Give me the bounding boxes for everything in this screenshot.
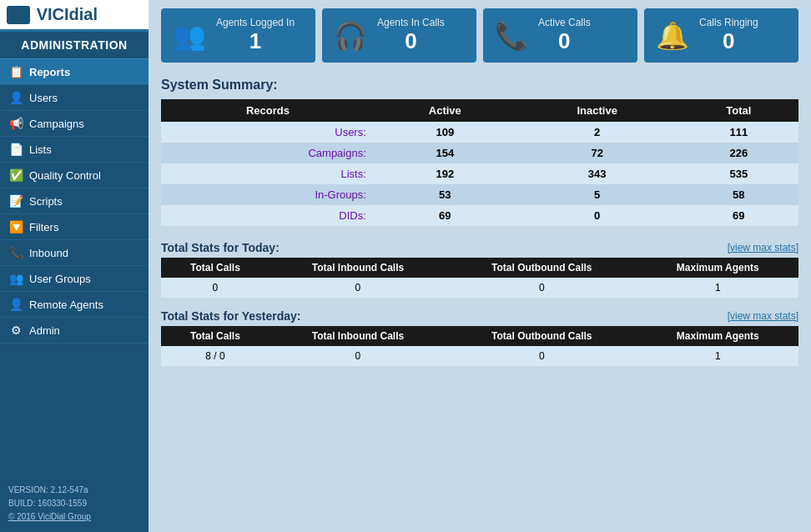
stats-col-header: Maximum Agents [637, 258, 798, 278]
logo-area: VICIdial [0, 0, 149, 32]
scripts-icon: 📝 [8, 194, 23, 208]
sidebar-item-inbound[interactable]: 📞Inbound [0, 240, 149, 266]
table-row: Campaigns:15472226 [161, 143, 798, 163]
stats-col-header: Total Inbound Calls [269, 258, 446, 278]
stats-cell: 0 [269, 346, 446, 366]
agents-in-calls-icon: 🎧 [334, 20, 367, 52]
table-row: Users:1092111 [161, 122, 798, 143]
sidebar-item-user-groups[interactable]: 👥User Groups [0, 266, 149, 292]
summary-active: 53 [375, 184, 516, 205]
stats-col-header: Total Calls [161, 258, 269, 278]
summary-active: 192 [375, 163, 516, 184]
agents-logged-in-value: 1 [216, 28, 295, 54]
summary-inactive: 5 [516, 184, 679, 205]
users-icon: 👤 [8, 91, 23, 104]
reports-icon: 📋 [8, 65, 23, 78]
sidebar-item-label: Inbound [29, 247, 68, 259]
calls-ringing-icon: 🔔 [656, 20, 689, 52]
table-row: 0001 [161, 278, 798, 298]
stats-cell: 0 [161, 278, 269, 298]
summary-active: 69 [375, 205, 516, 226]
summary-total: 111 [679, 122, 798, 143]
table-row: In-Groups:53558 [161, 184, 798, 205]
calls-ringing-value: 0 [699, 28, 758, 54]
logo-icon [7, 6, 30, 24]
summary-col-total: Total [679, 99, 798, 122]
summary-label: DIDs: [161, 205, 375, 226]
stats-col-header: Total Outbound Calls [446, 258, 637, 278]
sidebar: VICIdial ADMINISTRATION 📋Reports👤Users📢C… [0, 0, 149, 532]
summary-inactive: 72 [516, 143, 679, 163]
sidebar-footer: VERSION: 2.12-547a BUILD: 160330-1559 © … [0, 475, 149, 532]
sidebar-nav: 📋Reports👤Users📢Campaigns📄Lists✅Quality C… [0, 59, 149, 344]
sidebar-item-remote-agents[interactable]: 👤Remote Agents [0, 292, 149, 318]
sidebar-item-label: Filters [29, 221, 58, 233]
today-stats-table: Total CallsTotal Inbound CallsTotal Outb… [161, 258, 798, 298]
today-stats-title: Total Stats for Today: [161, 241, 280, 254]
stat-card-active-calls: 📞 Active Calls 0 [483, 8, 637, 63]
sidebar-item-scripts[interactable]: 📝Scripts [0, 188, 149, 214]
version-text: VERSION: 2.12-547a [8, 484, 140, 497]
calls-ringing-label: Calls Ringing [699, 17, 758, 28]
sidebar-item-campaigns[interactable]: 📢Campaigns [0, 111, 149, 137]
table-row: DIDs:69069 [161, 205, 798, 226]
summary-inactive: 0 [516, 205, 679, 226]
summary-active: 109 [375, 122, 516, 143]
remote-agents-icon: 👤 [8, 298, 23, 311]
sidebar-item-quality-control[interactable]: ✅Quality Control [0, 163, 149, 188]
sidebar-item-label: Reports [29, 66, 70, 78]
stats-cell: 0 [446, 346, 637, 366]
yesterday-stats-section: Total Stats for Yesterday: [view max sta… [161, 309, 798, 366]
table-row: Lists:192343535 [161, 163, 798, 184]
sidebar-item-lists[interactable]: 📄Lists [0, 137, 149, 163]
today-view-max-link[interactable]: [view max stats] [728, 242, 798, 253]
stats-cell: 1 [637, 278, 798, 298]
yesterday-stats-table: Total CallsTotal Inbound CallsTotal Outb… [161, 326, 798, 366]
stats-cell: 0 [446, 278, 637, 298]
summary-total: 69 [679, 205, 798, 226]
sidebar-item-users[interactable]: 👤Users [0, 85, 149, 111]
stat-card-calls-ringing: 🔔 Calls Ringing 0 [644, 8, 798, 63]
summary-label: In-Groups: [161, 184, 375, 205]
summary-total: 58 [679, 184, 798, 205]
summary-inactive: 343 [516, 163, 679, 184]
summary-label: Users: [161, 122, 375, 143]
summary-total: 535 [679, 163, 798, 184]
active-calls-value: 0 [538, 28, 591, 54]
sidebar-item-label: Campaigns [29, 118, 84, 130]
campaigns-icon: 📢 [8, 117, 23, 130]
summary-label: Campaigns: [161, 143, 375, 163]
yesterday-view-max-link[interactable]: [view max stats] [728, 310, 798, 322]
sidebar-item-label: User Groups [29, 273, 91, 285]
agents-logged-in-label: Agents Logged In [216, 17, 295, 28]
filters-icon: 🔽 [8, 220, 23, 233]
agents-in-calls-value: 0 [377, 28, 445, 54]
inbound-icon: 📞 [8, 246, 23, 259]
sidebar-item-admin[interactable]: ⚙Admin [0, 318, 149, 344]
stats-col-header: Total Calls [161, 326, 269, 346]
stat-card-agents-in-calls: 🎧 Agents In Calls 0 [322, 8, 476, 63]
sidebar-item-label: Admin [29, 324, 60, 337]
stats-cards-row: 👥 Agents Logged In 1 🎧 Agents In Calls 0… [161, 8, 798, 63]
quality-control-icon: ✅ [8, 168, 23, 182]
summary-total: 226 [679, 143, 798, 163]
sidebar-item-label: Remote Agents [29, 299, 103, 311]
yesterday-stats-title: Total Stats for Yesterday: [161, 309, 301, 323]
sidebar-item-label: Lists [29, 143, 52, 156]
summary-inactive: 2 [516, 122, 679, 143]
stats-cell: 8 / 0 [161, 346, 269, 366]
sidebar-item-filters[interactable]: 🔽Filters [0, 214, 149, 240]
sidebar-item-reports[interactable]: 📋Reports [0, 59, 149, 85]
agents-logged-in-icon: 👥 [173, 20, 206, 52]
stat-card-agents-logged-in: 👥 Agents Logged In 1 [161, 8, 315, 63]
agents-in-calls-label: Agents In Calls [377, 17, 445, 28]
stats-col-header: Maximum Agents [637, 326, 798, 346]
system-summary-title: System Summary: [161, 78, 798, 93]
copyright-link[interactable]: © 2016 ViciDial Group [8, 512, 91, 521]
active-calls-label: Active Calls [538, 17, 591, 28]
active-calls-icon: 📞 [495, 20, 528, 52]
sidebar-item-label: Users [29, 92, 58, 104]
summary-col-records: Records [161, 99, 375, 122]
admin-icon: ⚙ [8, 324, 23, 337]
lists-icon: 📄 [8, 143, 23, 156]
